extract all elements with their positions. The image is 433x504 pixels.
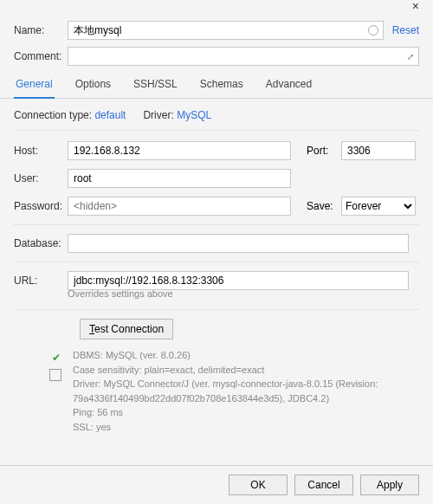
port-input[interactable] (341, 141, 416, 160)
tab-general[interactable]: General (14, 73, 55, 99)
info-line: Ping: 56 ms (73, 405, 378, 420)
info-line: SSL: yes (73, 420, 378, 435)
save-select[interactable]: Forever (341, 197, 416, 216)
save-label: Save: (307, 200, 341, 212)
password-label: Password: (14, 200, 68, 212)
info-line: Case sensitivity: plain=exact, delimited… (73, 363, 378, 378)
url-row: URL: (14, 271, 419, 290)
info-text: DBMS: MySQL (ver. 8.0.26) Case sensitivi… (73, 348, 378, 434)
tab-advanced[interactable]: Advanced (264, 73, 313, 98)
url-input[interactable] (68, 271, 409, 290)
driver-label: Driver: (143, 109, 173, 121)
comment-row: Comment: ⤢ (14, 47, 419, 66)
driver-value[interactable]: MySQL (177, 109, 211, 121)
check-icon: ✔ (52, 350, 61, 365)
titlebar: × (0, 0, 433, 16)
info-line: DBMS: MySQL (ver. 8.0.26) (73, 348, 378, 363)
name-input[interactable] (68, 21, 384, 40)
cancel-button[interactable]: Cancel (294, 475, 353, 495)
password-input[interactable] (68, 197, 291, 216)
host-label: Host: (14, 145, 68, 157)
test-label-rest: est Connection (94, 323, 164, 335)
dialog-footer: OK Cancel Apply (0, 465, 433, 504)
host-input[interactable] (68, 141, 291, 160)
divider (14, 262, 419, 262)
test-row: Test Connection (80, 319, 419, 339)
divider (14, 309, 419, 310)
name-label: Name: (14, 24, 68, 36)
host-row: Host: Port: (14, 141, 419, 160)
connection-type-line: Connection type: default Driver: MySQL (14, 99, 419, 131)
info-line: Driver: MySQL Connector/J (ver. mysql-co… (73, 377, 378, 391)
dialog-window: × Name: Reset Comment: ⤢ General Options… (0, 0, 433, 504)
connection-type-value[interactable]: default (94, 109, 126, 121)
port-label: Port: (307, 145, 341, 157)
user-row: User: (14, 169, 419, 188)
tab-bar: General Options SSH/SSL Schemas Advanced (0, 73, 433, 99)
info-line: 79a4336f140499bd22dd07f02b708e163844e3d5… (73, 391, 378, 406)
ok-button[interactable]: OK (229, 475, 288, 495)
expand-icon[interactable]: ⤢ (407, 52, 414, 61)
user-label: User: (14, 172, 68, 184)
tab-schemas[interactable]: Schemas (198, 73, 245, 98)
color-circle-icon[interactable] (368, 25, 378, 36)
database-input[interactable] (68, 234, 409, 253)
password-row: Password: Save: Forever (14, 197, 419, 216)
divider (14, 224, 419, 225)
apply-button[interactable]: Apply (360, 475, 419, 495)
name-row: Name: Reset (14, 21, 419, 40)
tab-ssh-ssl[interactable]: SSH/SSL (132, 73, 179, 98)
reset-link[interactable]: Reset (392, 24, 419, 36)
info-icons: ✔ (48, 348, 64, 434)
database-row: Database: (14, 234, 419, 253)
test-connection-button[interactable]: Test Connection (80, 319, 173, 339)
comment-label: Comment: (14, 50, 68, 62)
connection-info: ✔ DBMS: MySQL (ver. 8.0.26) Case sensiti… (48, 348, 419, 434)
connection-type-label: Connection type: (14, 109, 92, 121)
close-icon[interactable]: × (404, 0, 428, 12)
dialog-body: Name: Reset Comment: ⤢ General Options S… (0, 16, 433, 465)
comment-input[interactable] (68, 47, 419, 66)
tab-options[interactable]: Options (74, 73, 113, 98)
url-label: URL: (14, 275, 68, 287)
database-label: Database: (14, 237, 68, 249)
user-input[interactable] (68, 169, 291, 188)
copy-icon[interactable] (51, 371, 61, 381)
